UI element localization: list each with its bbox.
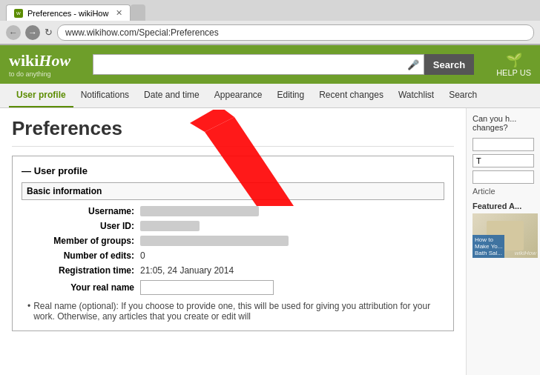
value-username [140, 206, 259, 216]
address-bar: ← → ↻ www.wikihow.com/Special:Preference… [0, 21, 540, 44]
logo-wiki: wiki [9, 51, 39, 70]
form-row-userid: User ID: [22, 221, 444, 231]
form-row-username: Username: [22, 206, 444, 216]
tab-favicon: w [14, 9, 23, 18]
tab-watchlist[interactable]: Watchlist [391, 84, 441, 107]
section-title: — User profile [22, 165, 444, 176]
help-label: HELP US [496, 68, 531, 77]
url-text: www.wikihow.com/Special:Preferences [65, 27, 219, 38]
label-edits: Number of edits: [22, 250, 140, 261]
sidebar-img-caption: How toMake Yo...Bath Sal... [472, 235, 504, 258]
label-groups: Member of groups: [22, 236, 140, 246]
site-header: wiki How to do anything 🎤 Search 🌱 HELP … [0, 45, 540, 84]
content-wrapper: Preferences — User profile Basic informa… [12, 117, 454, 331]
mic-icon: 🎤 [403, 59, 424, 70]
logo-tagline: to do anything [9, 70, 70, 78]
form-row-edits: Number of edits: 0 [22, 250, 444, 261]
site-logo[interactable]: wiki How to do anything [9, 51, 70, 78]
tab-date-time[interactable]: Date and time [136, 84, 207, 107]
form-row-groups: Member of groups: [22, 236, 444, 246]
help-icon: 🌱 [496, 52, 531, 68]
sidebar-search-input[interactable] [472, 138, 534, 151]
back-button[interactable]: ← [6, 25, 21, 40]
content-area: Preferences — User profile Basic informa… [0, 108, 466, 375]
forward-button[interactable]: → [25, 25, 40, 40]
logo-how: How [39, 51, 70, 70]
value-regtime: 21:05, 24 January 2014 [140, 265, 234, 276]
value-edits: 0 [140, 250, 145, 261]
tab-bar: w Preferences - wikiHow ✕ [0, 0, 540, 21]
tab-search[interactable]: Search [441, 84, 484, 107]
form-row-realname: Your real name [22, 280, 444, 295]
label-username: Username: [22, 206, 140, 216]
value-groups [140, 236, 289, 246]
tab-user-profile[interactable]: User profile [9, 84, 73, 107]
search-button[interactable]: Search [424, 54, 474, 75]
subsection-title: Basic information [22, 182, 444, 200]
refresh-button[interactable]: ↻ [45, 27, 53, 38]
tab-label: Preferences - wikiHow [27, 9, 108, 18]
realname-input[interactable] [140, 280, 274, 295]
sidebar-question: Can you h...changes? [472, 114, 534, 132]
inactive-tab[interactable] [131, 4, 145, 21]
value-userid [140, 221, 200, 231]
tab-recent-changes[interactable]: Recent changes [312, 84, 391, 107]
tab-appearance[interactable]: Appearance [207, 84, 270, 107]
user-profile-section: — User profile Basic information Usernam… [12, 156, 454, 331]
active-tab[interactable]: w Preferences - wikiHow ✕ [6, 4, 131, 21]
sidebar-article-input[interactable] [472, 170, 534, 184]
sidebar-featured-image: How toMake Yo...Bath Sal... wikiHow [472, 213, 538, 258]
sidebar-article-label: T [472, 154, 534, 167]
page-title: Preferences [12, 117, 454, 147]
tab-close-button[interactable]: ✕ [116, 8, 122, 18]
tab-editing[interactable]: Editing [270, 84, 312, 107]
search-bar: 🎤 Search [93, 54, 474, 75]
search-input-wrap: 🎤 [93, 54, 424, 75]
label-userid: User ID: [22, 221, 140, 231]
sidebar-article-text: Article [472, 187, 534, 196]
label-realname: Your real name [22, 282, 140, 293]
wikihow-watermark: wikiHow [515, 250, 536, 256]
help-button[interactable]: 🌱 HELP US [496, 52, 531, 77]
sidebar-featured-label: Featured A... [472, 202, 534, 210]
bullet-description: • Real name (optional): If you choose to… [22, 301, 444, 322]
sidebar: Can you h...changes? T Article Featured … [466, 108, 540, 375]
form-row-regtime: Registration time: 21:05, 24 January 201… [22, 265, 444, 276]
search-input[interactable] [93, 59, 403, 70]
nav-tabs: User profile Notifications Date and time… [0, 84, 540, 108]
tab-notifications[interactable]: Notifications [73, 84, 136, 107]
url-bar[interactable]: www.wikihow.com/Special:Preferences [57, 24, 534, 41]
main-layout: Preferences — User profile Basic informa… [0, 108, 540, 375]
label-regtime: Registration time: [22, 265, 140, 276]
